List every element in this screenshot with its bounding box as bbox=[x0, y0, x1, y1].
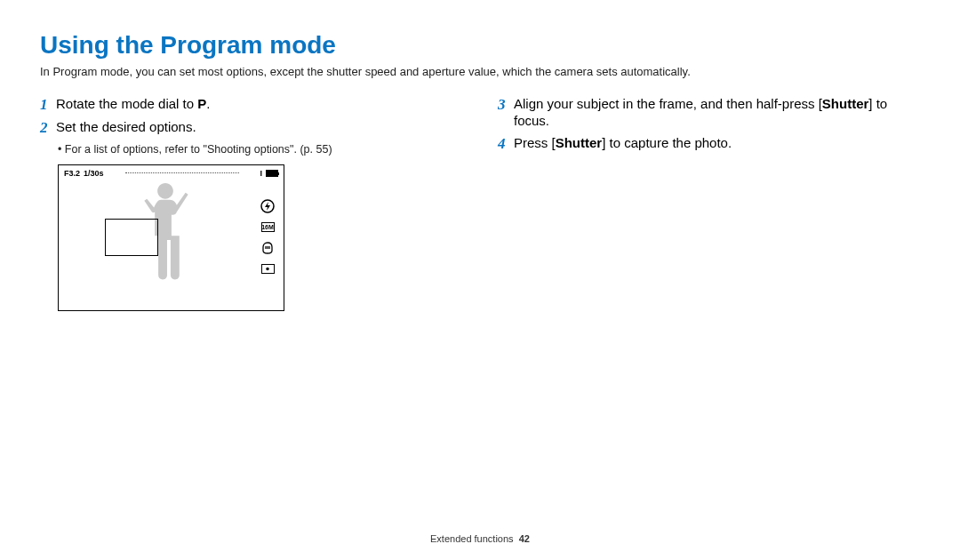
step-number: 2 bbox=[40, 119, 56, 137]
footer-page-number: 42 bbox=[519, 533, 530, 544]
step4-post: ] to capture the photo. bbox=[602, 135, 732, 150]
step1-pre: Rotate the mode dial to bbox=[56, 96, 197, 111]
step-3: 3 Align your subject in the frame, and t… bbox=[498, 96, 920, 130]
aperture-value: F3.2 bbox=[64, 169, 80, 178]
camera-lcd: F3.2 1/30s I 16M bbox=[58, 164, 284, 311]
autofocus-box-icon bbox=[105, 219, 158, 256]
camera-screen-illustration: F3.2 1/30s I 16M bbox=[58, 164, 462, 311]
shutter-bold: Shutter bbox=[822, 96, 869, 111]
step-number: 4 bbox=[498, 135, 514, 153]
left-column: 1 Rotate the mode dial to P. 2 Set the d… bbox=[40, 96, 462, 311]
step3-pre: Align your subject in the frame, and the… bbox=[514, 96, 822, 111]
step1-post: . bbox=[206, 96, 210, 111]
step4-pre: Press [ bbox=[514, 135, 556, 150]
step-1: 1 Rotate the mode dial to P. bbox=[40, 96, 462, 114]
step-text: Rotate the mode dial to P. bbox=[56, 96, 210, 113]
right-column: 3 Align your subject in the frame, and t… bbox=[498, 96, 920, 311]
footer-section: Extended functions bbox=[430, 533, 514, 544]
step-4: 4 Press [Shutter] to capture the photo. bbox=[498, 135, 920, 153]
battery-icon bbox=[266, 170, 278, 177]
page-title: Using the Program mode bbox=[40, 31, 920, 60]
step-number: 3 bbox=[498, 96, 514, 114]
step-2: 2 Set the desired options. bbox=[40, 119, 462, 137]
intro-text: In Program mode, you can set most option… bbox=[40, 65, 920, 78]
lcd-topbar: F3.2 1/30s I bbox=[59, 169, 284, 178]
svg-point-2 bbox=[266, 268, 268, 270]
step-number: 1 bbox=[40, 96, 56, 114]
step-text: Press [Shutter] to capture the photo. bbox=[514, 135, 732, 152]
content-columns: 1 Rotate the mode dial to P. 2 Set the d… bbox=[40, 96, 920, 311]
step2-bullet: For a list of options, refer to "Shootin… bbox=[58, 143, 462, 156]
step-text: Align your subject in the frame, and the… bbox=[514, 96, 920, 130]
image-size-icon: 16M bbox=[261, 222, 275, 232]
step-text: Set the desired options. bbox=[56, 119, 196, 136]
ev-scale-icon bbox=[111, 170, 253, 177]
mode-dial-p-icon: P bbox=[197, 96, 206, 111]
iso-indicator: I bbox=[260, 169, 262, 178]
lcd-right-icons: 16M bbox=[260, 199, 275, 274]
image-stabilization-icon bbox=[260, 241, 275, 255]
flash-icon bbox=[260, 199, 275, 213]
metering-icon bbox=[261, 264, 275, 274]
page-footer: Extended functions 42 bbox=[0, 533, 960, 544]
shutter-value: 1/30s bbox=[84, 169, 104, 178]
shutter-bold: Shutter bbox=[556, 135, 603, 150]
